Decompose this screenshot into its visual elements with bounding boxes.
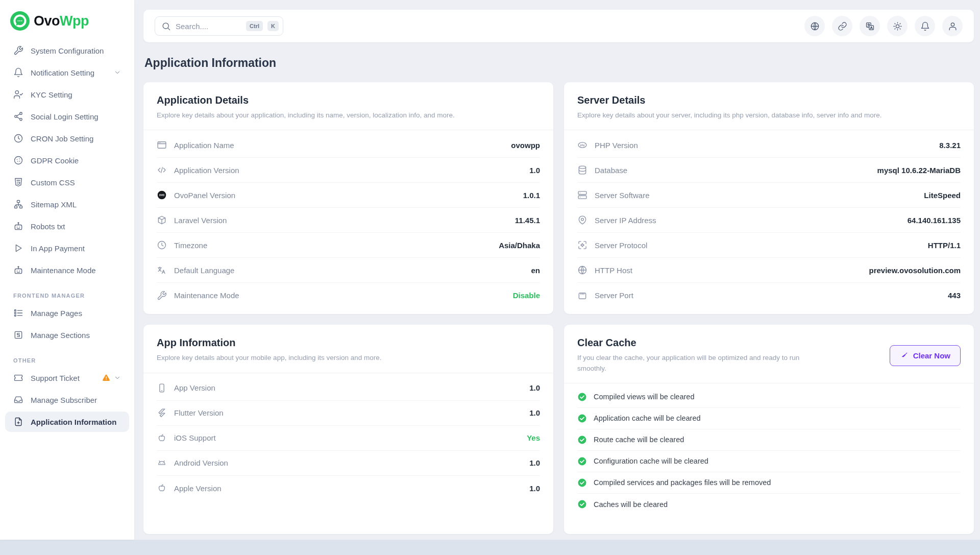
sidebar-item-support-ticket[interactable]: Support Ticket (5, 368, 129, 388)
cache-check-item: Caches will be cleared (577, 494, 961, 515)
share-nodes-icon (13, 111, 23, 122)
detail-label: Server Port (595, 291, 633, 300)
robot-icon (13, 265, 23, 275)
cache-check-label: Application cache will be cleared (594, 414, 701, 422)
map-pin-icon (577, 215, 587, 225)
robot-icon (13, 221, 23, 231)
cookie-icon (13, 155, 23, 165)
sidebar-item-robots-txt[interactable]: Robots txt (5, 216, 129, 236)
clear-now-button[interactable]: Clear Now (890, 345, 961, 366)
sidebar-item-sitemap-xml[interactable]: Sitemap XML (5, 194, 129, 214)
card-subtitle: Explore key details about your mobile ap… (157, 353, 540, 363)
detail-row: Apple Version 1.0 (157, 476, 540, 501)
detail-value: 8.3.21 (939, 141, 961, 150)
quick-link-button[interactable] (832, 16, 852, 36)
detail-value: 443 (948, 291, 961, 300)
broom-icon (900, 351, 909, 360)
detail-row: Server Port 443 (577, 283, 961, 308)
sidebar-item-social-login-setting[interactable]: Social Login Setting (5, 106, 129, 127)
apple-icon (157, 483, 167, 493)
detail-label: HTTP Host (595, 266, 632, 275)
sidebar-item-in-app-payment[interactable]: In App Payment (5, 238, 129, 258)
cache-check-item: Compiled views will be cleared (577, 387, 961, 408)
svg-text:OVO: OVO (159, 194, 165, 197)
sidebar-item-notification-setting[interactable]: Notification Setting (5, 62, 129, 83)
detail-value: Asia/Dhaka (499, 241, 540, 250)
detail-value: 1.0.1 (523, 191, 540, 200)
sidebar-item-manage-subscriber[interactable]: Manage Subscriber (5, 390, 129, 410)
app-window-icon (157, 140, 167, 150)
translate-button[interactable] (860, 16, 880, 36)
sidebar-menu: System Configuration Notification Settin… (0, 40, 134, 432)
sun-icon (893, 21, 902, 31)
sidebar-item-manage-sections[interactable]: Manage Sections (5, 325, 129, 345)
check-circle-icon (577, 392, 587, 402)
sidebar-item-label: System Configuration (31, 46, 104, 55)
sidebar-item-label: Custom CSS (31, 178, 75, 187)
search-box[interactable]: Ctrl K (155, 16, 283, 36)
notifications-button[interactable] (915, 16, 935, 36)
brand-logo[interactable]: OvoWpp (0, 7, 134, 39)
sidebar-item-custom-css[interactable]: Custom CSS (5, 172, 129, 192)
sidebar-item-label: Application Information (31, 418, 116, 426)
detail-value: 1.0 (529, 459, 540, 467)
chat-bubble-logo-icon (10, 11, 30, 31)
detail-row: HTTP Host preview.ovosolution.com (577, 258, 961, 283)
cache-check-item: Compiled services and packages files wil… (577, 472, 961, 494)
detail-value: ovowpp (511, 141, 540, 150)
ticket-icon (13, 373, 23, 383)
inbox-icon (13, 395, 23, 405)
warning-icon (102, 373, 111, 382)
kbd-k: K (267, 21, 279, 31)
theme-toggle-button[interactable] (887, 16, 908, 36)
sidebar-item-label: Social Login Setting (31, 112, 99, 121)
cache-check-label: Configuration cache will be cleared (594, 457, 708, 465)
card-title: Application Details (157, 94, 540, 106)
language-globe-button[interactable] (804, 16, 825, 36)
detail-label: Server Software (595, 191, 650, 200)
detail-row: Laravel Version 11.45.1 (157, 208, 540, 233)
sidebar-item-kyc-setting[interactable]: KYC Setting (5, 84, 129, 105)
sidebar-item-label: Maintenance Mode (31, 266, 96, 275)
sidebar-section-other: Other (13, 357, 121, 364)
cache-check-item: Application cache will be cleared (577, 408, 961, 429)
profile-button[interactable] (942, 16, 963, 36)
sidebar-item-system-configuration[interactable]: System Configuration (5, 40, 129, 61)
clear-now-label: Clear Now (913, 351, 950, 360)
detail-value: Yes (527, 433, 540, 442)
ovopanel-logo-icon: OVO (157, 190, 167, 200)
topbar-actions (804, 16, 963, 36)
sidebar-item-label: GDPR Cookie (31, 156, 79, 165)
card-title: App Information (157, 337, 540, 349)
detail-value: 1.0 (529, 408, 540, 417)
sections-icon (13, 330, 23, 340)
database-icon (577, 165, 587, 175)
sidebar-item-cron-job-setting[interactable]: CRON Job Setting (5, 128, 129, 149)
sidebar-item-maintenance-mode[interactable]: Maintenance Mode (5, 260, 129, 280)
detail-label: Application Version (174, 166, 239, 175)
detail-row: Server Software LiteSpeed (577, 183, 961, 208)
detail-label: Server IP Address (595, 216, 656, 225)
apple-icon (157, 433, 167, 443)
card-subtitle: If you clear the cache, your application… (577, 353, 822, 374)
sidebar-item-label: Notification Setting (31, 68, 94, 77)
bell-icon (920, 21, 930, 31)
cache-check-item: Configuration cache will be cleared (577, 451, 961, 472)
card-title: Clear Cache (577, 337, 822, 349)
detail-row: Maintenance Mode Disable (157, 283, 540, 308)
detail-row: Server Protocol HTTP/1.1 (577, 233, 961, 258)
detail-label: App Version (174, 383, 215, 392)
sidebar-item-gdpr-cookie[interactable]: GDPR Cookie (5, 150, 129, 171)
cache-check-label: Caches will be cleared (594, 500, 668, 509)
detail-value: HTTP/1.1 (928, 241, 961, 250)
sidebar-item-application-information[interactable]: Application Information (5, 412, 129, 432)
sidebar-item-label: Sitemap XML (31, 200, 77, 209)
search-input[interactable] (176, 22, 241, 31)
cache-check-label: Route cache will be cleared (594, 436, 684, 444)
topbar: Ctrl K (143, 10, 974, 42)
card-title: Server Details (577, 94, 961, 106)
sidebar-item-manage-pages[interactable]: Manage Pages (5, 303, 129, 323)
detail-row: Database mysql 10.6.22-MariaDB (577, 158, 961, 183)
tools-icon (13, 45, 23, 56)
flutter-icon (157, 408, 167, 418)
